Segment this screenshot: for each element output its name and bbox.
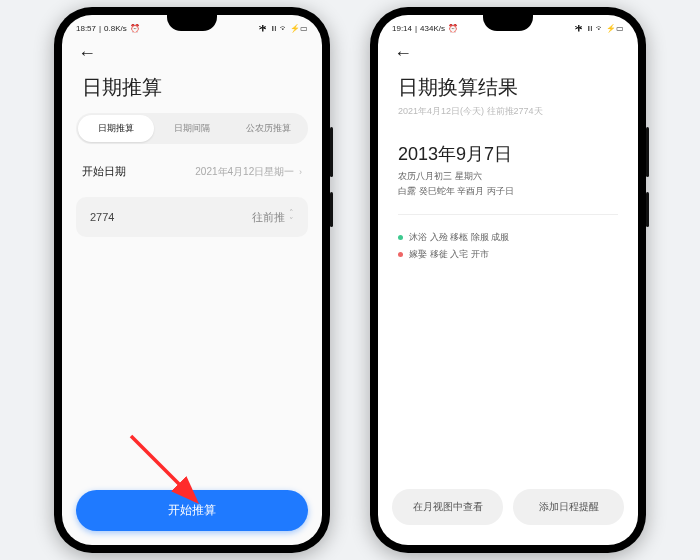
tab-bar: 日期推算 日期间隔 公农历推算 (76, 113, 308, 144)
status-icons: ✱ ⫴ ᯤ ⚡▭ (575, 24, 624, 33)
tab-lunar-calc[interactable]: 公农历推算 (230, 115, 306, 142)
alarm-icon: ⏰ (448, 24, 458, 33)
start-date-row[interactable]: 开始日期 2021年4月12日星期一 › (62, 152, 322, 191)
alarm-icon: ⏰ (130, 24, 140, 33)
page-subtitle: 2021年4月12日(今天) 往前推2774天 (378, 105, 638, 128)
bad-activities: 嫁娶 移徙 入宅 开市 (378, 246, 638, 263)
lunar-line-2: 白露 癸巳蛇年 辛酉月 丙子日 (378, 185, 638, 200)
phone-right: 19:14 | 434K/s ⏰ ✱ ⫴ ᯤ ⚡▭ ← 日期换算结果 2021年… (370, 7, 646, 553)
back-button[interactable]: ← (378, 37, 638, 64)
tab-date-interval[interactable]: 日期间隔 (154, 115, 230, 142)
phone-left: 18:57 | 0.8K/s ⏰ ✱ ⫴ ᯤ ⚡▭ ← 日期推算 日期推算 日期… (54, 7, 330, 553)
good-text: 沐浴 入殓 移柩 除服 成服 (409, 231, 509, 244)
start-calc-button[interactable]: 开始推算 (76, 490, 308, 531)
status-icons: ✱ ⫴ ᯤ ⚡▭ (259, 24, 308, 33)
chevron-right-icon: › (299, 167, 302, 177)
status-time: 18:57 (76, 24, 96, 33)
lunar-line-1: 农历八月初三 星期六 (378, 170, 638, 185)
status-time: 19:14 (392, 24, 412, 33)
start-date-label: 开始日期 (82, 164, 126, 179)
view-month-button[interactable]: 在月视图中查看 (392, 489, 503, 525)
dot-good-icon (398, 235, 403, 240)
stepper-icon[interactable]: ˄˅ (289, 209, 294, 225)
bad-text: 嫁娶 移徙 入宅 开市 (409, 248, 489, 261)
days-unit: 往前推 (252, 210, 285, 225)
status-net: 434K/s (420, 24, 445, 33)
start-date-value: 2021年4月12日星期一 (195, 166, 294, 177)
tab-date-calc[interactable]: 日期推算 (78, 115, 154, 142)
add-reminder-button[interactable]: 添加日程提醒 (513, 489, 624, 525)
screen-right: 19:14 | 434K/s ⏰ ✱ ⫴ ᯤ ⚡▭ ← 日期换算结果 2021年… (378, 15, 638, 545)
result-date: 2013年9月7日 (378, 128, 638, 170)
good-activities: 沐浴 入殓 移柩 除服 成服 (378, 229, 638, 246)
notch (483, 15, 533, 31)
screen-left: 18:57 | 0.8K/s ⏰ ✱ ⫴ ᯤ ⚡▭ ← 日期推算 日期推算 日期… (62, 15, 322, 545)
status-net: 0.8K/s (104, 24, 127, 33)
divider (398, 214, 618, 215)
back-button[interactable]: ← (62, 37, 322, 64)
page-title: 日期换算结果 (378, 64, 638, 105)
page-title: 日期推算 (62, 64, 322, 105)
bottom-actions: 在月视图中查看 添加日程提醒 (392, 489, 624, 525)
notch (167, 15, 217, 31)
days-value: 2774 (90, 211, 114, 223)
days-input[interactable]: 2774 往前推 ˄˅ (76, 197, 308, 237)
dot-bad-icon (398, 252, 403, 257)
